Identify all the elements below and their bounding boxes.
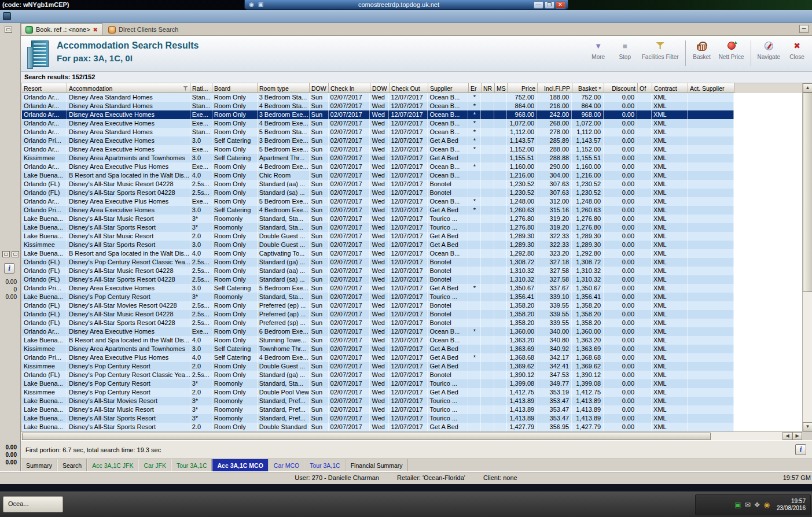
table-row[interactable]: Orlando Ar...Disney Area Executive Homes… (22, 119, 734, 128)
table-row[interactable]: Lake Buena...B Resort and Spa located in… (22, 336, 734, 345)
table-row[interactable]: Lake Buena...Disney's All-Star Music Res… (22, 405, 734, 414)
minimize-button[interactable]: — (534, 1, 543, 9)
table-row[interactable]: Orlando Ar...Disney Area Executive Plus … (22, 163, 734, 171)
table-row[interactable]: Orlando (FL)Disney's All-Star Sports Res… (22, 189, 734, 197)
column-header-basket[interactable]: Basket▼ (572, 83, 604, 93)
table-row[interactable]: KissimmeeDisney's Pop Century Resort2.0R… (22, 388, 734, 397)
column-header-accommodation[interactable]: Accommodation (67, 83, 190, 93)
workflow-tab-summary[interactable]: Summary (21, 459, 57, 471)
table-row[interactable]: KissimmeeDisney's Pop Century Resort2.0R… (22, 362, 734, 371)
column-header-check-out[interactable]: Check Out (390, 83, 428, 93)
tab-direct-clients-search[interactable]: Direct Clients Search (104, 24, 182, 36)
workflow-tab-financial-summary[interactable]: Financial Summary (346, 459, 408, 471)
table-row[interactable]: KissimmeeDisney Area Apartments and Town… (22, 154, 734, 163)
scroll-right-icon[interactable]: ▶ (792, 432, 802, 440)
close-button[interactable]: ✖ Close (784, 39, 810, 60)
column-header-er[interactable]: Er (469, 83, 482, 93)
workflow-tab-tour-3a-1c[interactable]: Tour 3A,1C (171, 459, 212, 471)
table-row[interactable]: Lake Buena...Disney's All-Star Movies Re… (22, 397, 734, 405)
table-row[interactable]: Lake Buena...Disney's All-Star Sports Re… (22, 414, 734, 423)
horizontal-scroll-thumb[interactable] (22, 433, 711, 440)
tab-close-icon[interactable]: ✖ (93, 27, 98, 33)
vertical-scroll-thumb[interactable] (803, 93, 812, 292)
column-header-nr[interactable]: NR (482, 83, 495, 93)
column-header-incl-fl-pp[interactable]: Incl.Fl.PP (538, 83, 572, 93)
table-row[interactable]: Lake Buena...B Resort and Spa located in… (22, 249, 734, 258)
info-button[interactable]: i (4, 263, 14, 274)
tray-mail-icon[interactable]: ✉ (745, 501, 751, 508)
table-row[interactable]: Lake Buena...Disney's Pop Century Resort… (22, 379, 734, 388)
taskbar-app-button[interactable]: Ocea... (3, 496, 63, 512)
column-header-discount[interactable]: Discount (604, 83, 638, 93)
panel-minimize-button[interactable]: ─ (799, 25, 809, 33)
column-filter-icon[interactable] (183, 86, 188, 91)
workflow-tab-acc-3a-1c-jfk[interactable]: Acc 3A,1C JFK (87, 459, 138, 471)
table-row[interactable]: Orlando Ar...Disney Area Standard HomesS… (22, 128, 734, 136)
workflow-tab-car-jfk[interactable]: Car JFK (138, 459, 171, 471)
column-header-ms[interactable]: MS (495, 83, 508, 93)
dock-restore-icon[interactable] (5, 27, 12, 33)
horizontal-scrollbar[interactable]: ◀ ▶ (21, 431, 812, 440)
pin-icon[interactable]: ◉ (248, 1, 255, 8)
column-header-dow[interactable]: DOW (310, 83, 329, 93)
table-row[interactable]: Orlando Ar...Disney Area Executive Homes… (22, 110, 734, 119)
column-header-check-in[interactable]: Check In (329, 83, 370, 93)
table-row[interactable]: Lake Buena...Disney's All-Star Sports Re… (22, 223, 734, 232)
close-session-button[interactable]: ✕ (556, 1, 565, 9)
column-header-resort[interactable]: Resort (22, 83, 67, 93)
table-row[interactable]: Lake Buena...Disney's Pop Century Resort… (22, 293, 734, 301)
workflow-tab-search[interactable]: Search (57, 459, 87, 471)
table-row[interactable]: KissimmeeDisney's All Star Sports Resort… (22, 241, 734, 249)
vertical-scrollbar[interactable]: ▲ ▼ (802, 83, 812, 431)
basket-button[interactable]: Basket (689, 39, 715, 60)
column-header-act-supplier[interactable]: Act. Supplier (688, 83, 734, 93)
scroll-left-icon[interactable]: ◀ (782, 432, 792, 440)
table-row[interactable]: Orlando Pri...Disney Area Executive Home… (22, 136, 734, 145)
navigate-button[interactable]: Navigate (755, 39, 783, 60)
table-row[interactable]: Orlando Pri...Disney Area Executive Home… (22, 206, 734, 215)
table-row[interactable]: Orlando (FL)Disney's Pop Century Resort … (22, 371, 734, 379)
workflow-tab-car-mco[interactable]: Car MCO (269, 459, 304, 471)
facilities-filter-button[interactable]: Facilities Filter (639, 39, 682, 60)
table-row[interactable]: Lake Buena...Disney's All-Star Music Res… (22, 215, 734, 223)
table-row[interactable]: Orlando (FL)Disney's All-Star Music Reso… (22, 180, 734, 189)
tray-display-icon[interactable]: ▣ (734, 501, 741, 508)
column-header-supplier[interactable]: Supplier (428, 83, 469, 93)
column-header-contract[interactable]: Contract (652, 83, 688, 93)
dock-window-icon[interactable] (12, 251, 19, 257)
table-row[interactable]: Orlando Pri...Disney Area Executive Home… (22, 284, 734, 293)
tray-volume-icon[interactable]: ◉ (763, 501, 769, 508)
table-row[interactable]: Lake Buena...Disney's All-Star Sports Re… (22, 423, 734, 431)
table-row[interactable]: Orlando (FL)Disney's All-Star Music Reso… (22, 310, 734, 319)
table-row[interactable]: Orlando (FL)Disney's All-Star Movies Res… (22, 301, 734, 310)
workflow-tab-acc-3a-1c-mco[interactable]: Acc 3A,1C MCO (212, 459, 268, 471)
column-header-board[interactable]: Board (212, 83, 258, 93)
info-button[interactable]: i (795, 444, 806, 455)
table-row[interactable]: Orlando (FL)Disney's All-Star Sports Res… (22, 275, 734, 284)
scroll-up-icon[interactable]: ▲ (803, 83, 812, 93)
column-header-room-type[interactable]: Room type (258, 83, 310, 93)
sort-icon[interactable]: ▼ (598, 86, 602, 90)
table-row[interactable]: Lake Buena...B Resort and Spa located in… (22, 171, 734, 180)
column-header-dow[interactable]: DOW (370, 83, 390, 93)
column-header-price[interactable]: Price (508, 83, 538, 93)
tab-booking-reference[interactable]: Book. ref .: <none> ✖ (21, 23, 102, 35)
column-header-of[interactable]: Of (638, 83, 652, 93)
table-row[interactable]: Orlando Ar...Disney Area Standard HomesS… (22, 93, 734, 102)
table-row[interactable]: Orlando (FL)Disney's All-Star Sports Res… (22, 319, 734, 327)
tray-network-icon[interactable]: ❖ (754, 501, 760, 508)
dock-pin-icon[interactable] (2, 251, 10, 257)
table-row[interactable]: Orlando (FL)Disney's Pop Century Resort … (22, 258, 734, 267)
scroll-down-icon[interactable]: ▼ (803, 422, 812, 431)
table-row[interactable]: Orlando (FL)Disney's All-Star Music Reso… (22, 267, 734, 275)
table-row[interactable]: Orlando Ar...Disney Area Standard HomesS… (22, 102, 734, 110)
nett-price-button[interactable]: Nett Price (716, 39, 747, 60)
table-row[interactable]: Orlando Ar...Disney Area Executive Plus … (22, 197, 734, 206)
more-button[interactable]: ▼ More (586, 39, 611, 60)
column-header-rati-[interactable]: Rati... (190, 83, 212, 93)
table-row[interactable]: Orlando Pri...Disney Area Executive Plus… (22, 353, 734, 362)
restore-button[interactable]: ❒ (545, 1, 554, 9)
table-row[interactable]: KissimmeeDisney Area Apartments and Town… (22, 345, 734, 353)
stop-button[interactable]: ■ Stop (612, 39, 638, 60)
table-row[interactable]: Orlando Ar...Disney Area Executive Homes… (22, 327, 734, 336)
